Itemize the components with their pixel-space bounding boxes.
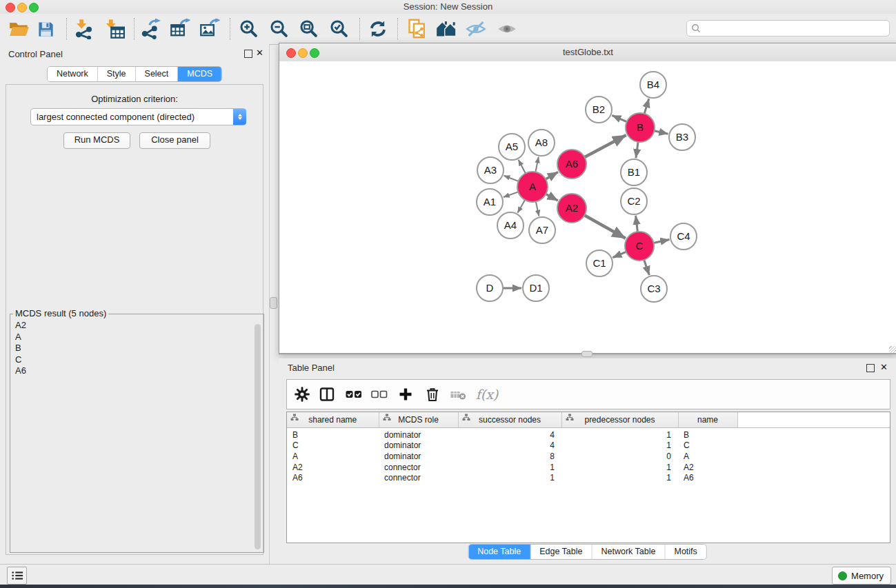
table-cell[interactable]: C [678, 440, 737, 452]
table-cell[interactable]: 1 [561, 462, 678, 473]
node-B[interactable]: B [626, 113, 655, 142]
window-resize-grip[interactable] [889, 346, 896, 353]
edge-B-B4[interactable] [644, 99, 649, 114]
deselect-all-columns-icon[interactable] [370, 385, 388, 403]
table-cell[interactable]: A6 [287, 472, 379, 483]
result-item[interactable]: A2 [13, 320, 252, 332]
table-row[interactable]: Adominator80A [287, 451, 890, 462]
panel-list-button[interactable] [7, 567, 27, 585]
table-cell[interactable]: 8 [458, 451, 561, 462]
show-eye-icon[interactable] [495, 17, 519, 41]
table-cell[interactable]: 1 [561, 440, 678, 452]
horizontal-split-handle[interactable] [581, 351, 593, 357]
hide-eye-slash-icon[interactable] [464, 17, 488, 41]
node-A1[interactable]: A1 [477, 189, 503, 215]
table-tab-network-table[interactable]: Network Table [593, 545, 666, 559]
tab-select[interactable]: Select [136, 67, 179, 81]
network-from-selection-icon[interactable] [406, 17, 429, 41]
table-cell[interactable]: A2 [678, 462, 737, 473]
node-B2[interactable]: B2 [586, 97, 612, 123]
edge-A-A3[interactable] [504, 176, 519, 181]
apply-layout-refresh-icon[interactable] [366, 17, 390, 41]
column-header-predecessor-nodes[interactable]: predecessor nodes [561, 412, 678, 428]
table-cell[interactable]: 1 [458, 472, 561, 483]
result-item[interactable]: A6 [13, 365, 252, 377]
table-cell[interactable]: 1 [561, 428, 678, 440]
edge-C-C3[interactable] [644, 260, 650, 275]
zoom-fit-icon[interactable] [297, 17, 321, 41]
table-cell[interactable]: dominator [379, 451, 458, 462]
node-C2[interactable]: C2 [621, 188, 647, 214]
edge-A-A8[interactable] [535, 157, 538, 172]
table-cell[interactable]: connector [379, 462, 458, 473]
node-B3[interactable]: B3 [669, 124, 695, 150]
node-C[interactable]: C [625, 232, 654, 261]
table-cell[interactable]: connector [379, 472, 458, 483]
table-cell[interactable]: A2 [287, 462, 379, 473]
table-row[interactable]: A2connector11A2 [287, 462, 890, 473]
tab-network[interactable]: Network [48, 67, 98, 81]
close-table-panel-icon[interactable]: ✕ [880, 362, 888, 373]
edge-A-A6[interactable] [546, 172, 558, 180]
run-mcds-button[interactable]: Run MCDS [63, 132, 130, 149]
edge-C-C1[interactable] [613, 252, 626, 257]
table-cell[interactable]: 4 [458, 428, 561, 440]
export-table-icon[interactable] [168, 17, 192, 41]
edge-A-A2[interactable] [546, 194, 558, 201]
add-column-icon[interactable] [397, 385, 415, 403]
table-cell[interactable]: 4 [458, 440, 561, 452]
edge-A6-B[interactable] [585, 135, 626, 157]
tab-mcds[interactable]: MCDS [178, 67, 221, 81]
table-cell[interactable]: 1 [458, 462, 561, 473]
table-tab-motifs[interactable]: Motifs [665, 545, 706, 559]
node-C3[interactable]: C3 [641, 276, 667, 302]
node-A[interactable]: A [517, 172, 548, 202]
column-header-successor-nodes[interactable]: successor nodes [458, 412, 561, 428]
result-item[interactable]: A [13, 332, 252, 343]
select-all-columns-icon[interactable] [345, 385, 363, 403]
edge-C-C2[interactable] [636, 216, 638, 232]
memory-button[interactable]: Memory [832, 567, 891, 585]
search-field[interactable] [686, 20, 890, 37]
settings-gear-icon[interactable] [293, 385, 311, 403]
table-tab-edge-table[interactable]: Edge Table [530, 545, 592, 559]
node-B1[interactable]: B1 [621, 159, 647, 185]
delete-column-trash-icon[interactable] [424, 385, 441, 403]
table-cell[interactable]: 0 [561, 451, 678, 462]
import-network-icon[interactable] [72, 17, 95, 41]
table-row[interactable]: Bdominator41B [287, 428, 890, 440]
save-session-icon[interactable] [34, 17, 57, 41]
node-A4[interactable]: A4 [497, 212, 524, 239]
table-cell[interactable]: A [287, 451, 379, 462]
home-houses-icon[interactable] [435, 17, 458, 41]
zoom-out-icon[interactable] [268, 17, 291, 41]
table-cell[interactable]: A6 [678, 472, 737, 483]
search-input[interactable] [704, 23, 889, 34]
result-scrollbar[interactable] [255, 324, 261, 549]
export-image-icon[interactable] [198, 17, 221, 41]
float-table-panel-icon[interactable] [866, 364, 875, 372]
column-header-name[interactable]: name [678, 412, 737, 428]
table-row[interactable]: Cdominator41C [287, 440, 890, 452]
optimization-criterion-select[interactable]: largest connected component (directed) [30, 108, 246, 125]
export-network-icon[interactable] [139, 17, 162, 41]
table-cell[interactable]: B [287, 428, 379, 440]
edge-B-B3[interactable] [655, 131, 668, 134]
node-A5[interactable]: A5 [499, 134, 525, 160]
table-cell[interactable]: A [678, 451, 737, 462]
column-header-shared-name[interactable]: shared name [287, 412, 379, 428]
node-A8[interactable]: A8 [528, 130, 555, 156]
zoom-in-icon[interactable] [237, 17, 261, 41]
node-C4[interactable]: C4 [670, 223, 697, 250]
node-A6[interactable]: A6 [557, 150, 586, 179]
import-table-icon[interactable] [103, 17, 126, 41]
float-panel-icon[interactable] [244, 50, 252, 58]
node-C1[interactable]: C1 [586, 250, 613, 276]
node-D[interactable]: D [477, 275, 503, 301]
table-cell[interactable]: dominator [379, 428, 458, 440]
node-A7[interactable]: A7 [529, 217, 555, 243]
table-cell[interactable]: C [287, 440, 379, 452]
vertical-split-handle[interactable] [270, 297, 277, 309]
table-tab-node-table[interactable]: Node Table [468, 545, 530, 559]
close-panel-button[interactable]: Close panel [139, 132, 210, 149]
